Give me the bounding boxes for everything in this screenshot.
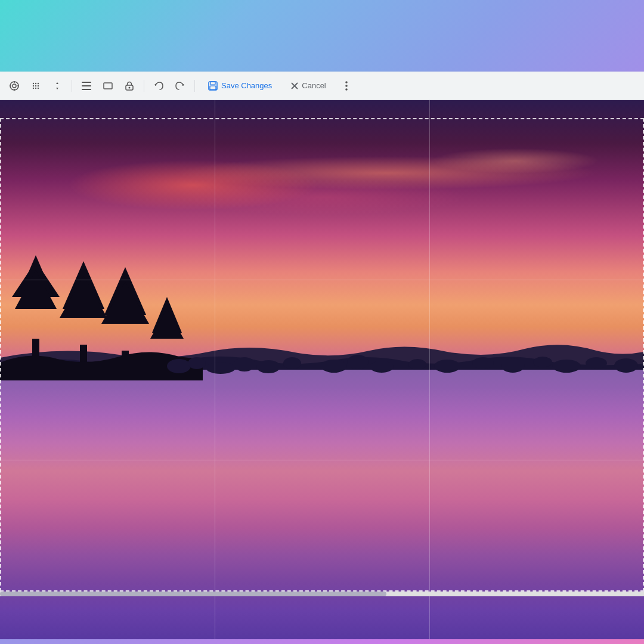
cancel-icon bbox=[291, 82, 298, 89]
svg-point-9 bbox=[33, 85, 34, 86]
svg-marker-33 bbox=[60, 276, 107, 318]
svg-point-44 bbox=[234, 357, 255, 371]
menu-button[interactable] bbox=[77, 76, 96, 95]
svg-point-42 bbox=[188, 357, 206, 369]
redo-button[interactable] bbox=[171, 76, 190, 95]
toolbar-divider-3 bbox=[194, 80, 195, 92]
svg-point-49 bbox=[370, 361, 394, 373]
svg-point-47 bbox=[321, 360, 347, 373]
svg-point-6 bbox=[33, 82, 34, 83]
svg-point-27 bbox=[345, 85, 348, 87]
svg-point-14 bbox=[38, 87, 39, 88]
image-editing-area bbox=[0, 100, 644, 639]
undo-button[interactable] bbox=[149, 76, 168, 95]
lock-button[interactable] bbox=[120, 76, 139, 95]
svg-point-8 bbox=[38, 82, 39, 83]
rocks-in-water bbox=[149, 351, 644, 375]
svg-point-28 bbox=[345, 88, 348, 91]
svg-rect-23 bbox=[210, 86, 216, 89]
svg-point-51 bbox=[434, 360, 460, 373]
save-icon bbox=[208, 81, 218, 91]
svg-point-7 bbox=[35, 82, 36, 83]
svg-point-12 bbox=[33, 87, 34, 88]
cancel-label: Cancel bbox=[302, 81, 326, 90]
svg-point-43 bbox=[206, 362, 236, 374]
svg-point-54 bbox=[533, 357, 552, 367]
svg-point-20 bbox=[129, 86, 131, 88]
svg-point-11 bbox=[38, 85, 39, 86]
browser-toolbar: Save Changes Cancel bbox=[0, 72, 644, 100]
svg-marker-39 bbox=[150, 309, 184, 339]
svg-point-46 bbox=[283, 357, 301, 369]
more-options-button[interactable] bbox=[337, 76, 356, 95]
crop-tool-button[interactable] bbox=[5, 76, 24, 95]
svg-point-50 bbox=[408, 359, 426, 370]
toolbar-divider-1 bbox=[72, 80, 72, 92]
svg-marker-36 bbox=[101, 282, 149, 324]
svg-point-10 bbox=[35, 85, 36, 86]
browser-window: Save Changes Cancel bbox=[0, 72, 644, 644]
svg-point-1 bbox=[13, 84, 16, 88]
svg-point-26 bbox=[345, 81, 348, 83]
save-changes-label: Save Changes bbox=[221, 81, 272, 90]
svg-point-56 bbox=[586, 357, 607, 369]
svg-point-53 bbox=[501, 358, 525, 373]
svg-point-55 bbox=[552, 360, 581, 373]
svg-point-0 bbox=[10, 82, 18, 90]
svg-rect-16 bbox=[82, 85, 91, 86]
horizontal-scrollbar[interactable] bbox=[0, 592, 644, 596]
svg-point-41 bbox=[167, 359, 191, 373]
svg-point-45 bbox=[256, 360, 280, 373]
scrollbar-thumb[interactable] bbox=[0, 592, 386, 596]
arrows-button[interactable] bbox=[48, 76, 67, 95]
svg-point-13 bbox=[35, 87, 36, 88]
drag-handle-button[interactable] bbox=[26, 76, 45, 95]
water-reflection bbox=[0, 359, 644, 639]
svg-rect-17 bbox=[82, 89, 91, 90]
save-changes-button[interactable]: Save Changes bbox=[200, 78, 280, 94]
svg-point-48 bbox=[347, 355, 369, 369]
svg-point-52 bbox=[472, 357, 494, 369]
svg-rect-18 bbox=[104, 83, 112, 89]
svg-point-57 bbox=[614, 358, 638, 373]
toolbar-divider-2 bbox=[144, 80, 144, 92]
svg-rect-15 bbox=[82, 82, 91, 83]
aspect-ratio-button[interactable] bbox=[98, 76, 117, 95]
cancel-button[interactable]: Cancel bbox=[283, 78, 334, 94]
